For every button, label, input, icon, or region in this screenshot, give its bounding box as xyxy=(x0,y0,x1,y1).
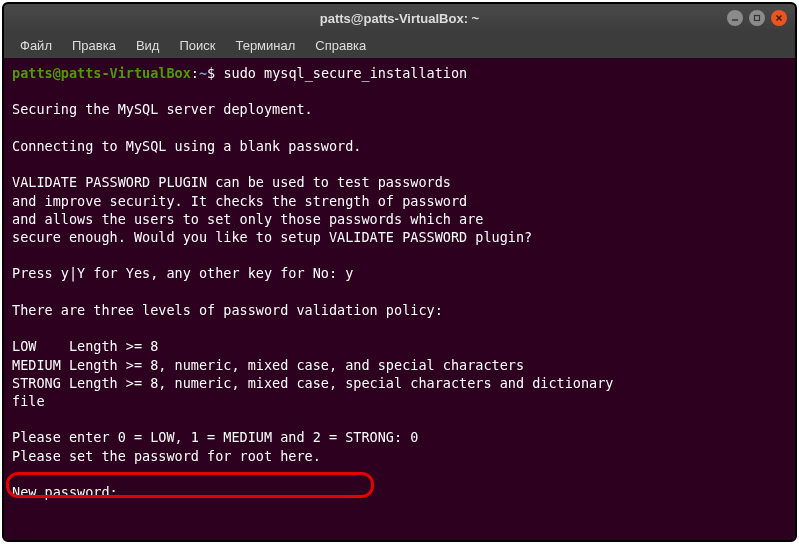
menu-file[interactable]: Файл xyxy=(12,35,60,56)
prompt-path: ~ xyxy=(199,65,207,81)
terminal-output: Securing the MySQL server deployment. Co… xyxy=(12,101,760,500)
prompt-dollar: $ xyxy=(207,65,215,81)
menu-help[interactable]: Справка xyxy=(307,35,374,56)
window-title: patts@patts-VirtualBox: ~ xyxy=(320,11,479,26)
maximize-button[interactable] xyxy=(749,10,765,26)
close-button[interactable] xyxy=(771,10,787,26)
minimize-button[interactable] xyxy=(727,10,743,26)
window-controls xyxy=(727,10,787,26)
terminal-window: patts@patts-VirtualBox: ~ Файл Правка Ви… xyxy=(2,2,797,542)
terminal-command: sudo mysql_secure_installation xyxy=(223,65,467,81)
menu-search[interactable]: Поиск xyxy=(171,35,223,56)
menu-view[interactable]: Вид xyxy=(128,35,168,56)
terminal-body[interactable]: patts@patts-VirtualBox:~$ sudo mysql_sec… xyxy=(4,58,795,540)
close-icon xyxy=(775,14,783,22)
prompt-colon: : xyxy=(191,65,199,81)
minimize-icon xyxy=(731,14,739,22)
menubar: Файл Правка Вид Поиск Терминал Справка xyxy=(4,32,795,58)
menu-terminal[interactable]: Терминал xyxy=(227,35,303,56)
svg-rect-1 xyxy=(755,16,760,21)
maximize-icon xyxy=(753,14,761,22)
titlebar: patts@patts-VirtualBox: ~ xyxy=(4,4,795,32)
prompt-user-host: patts@patts-VirtualBox xyxy=(12,65,191,81)
menu-edit[interactable]: Правка xyxy=(64,35,124,56)
